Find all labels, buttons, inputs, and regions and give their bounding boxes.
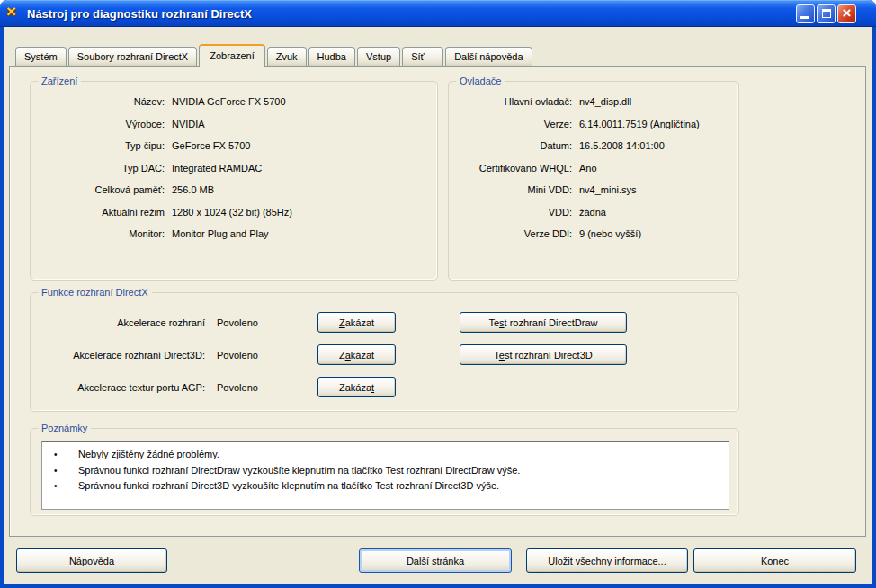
disable-directdraw-button[interactable]: Zakázat	[317, 312, 396, 333]
driver-label: Certifikováno WHQL:	[449, 157, 572, 180]
test-directdraw-button[interactable]: Test rozhraní DirectDraw	[460, 312, 627, 333]
driver-value: 16.5.2008 14:01:00	[579, 135, 733, 157]
close-icon: ×	[843, 5, 852, 21]
tab-display[interactable]: Zobrazení	[199, 44, 265, 67]
device-value: NVIDIA GeForce FX 5700	[172, 91, 432, 113]
driver-label: Mini VDD:	[449, 179, 572, 201]
tab-more-help[interactable]: Další nápověda	[445, 47, 532, 66]
device-value: NVIDIA	[172, 113, 432, 136]
note-item: •Správnou funkci rozhraní DirectDraw vyz…	[42, 463, 721, 479]
disable-agp-button[interactable]: Zakázat	[317, 377, 396, 397]
window-title: Nástroj pro diagnostiku rozhraní DirectX	[27, 7, 794, 21]
device-label: Celková paměť:	[31, 179, 165, 201]
device-value: GeForce FX 5700	[172, 135, 432, 157]
device-label: Typ DAC:	[31, 157, 165, 180]
driver-label: Verze:	[449, 113, 572, 136]
device-value: 1280 x 1024 (32 bit) (85Hz)	[172, 201, 432, 224]
note-item: •Správnou funkci rozhraní Direct3D vyzko…	[42, 478, 721, 494]
caption-buttons: ×	[794, 4, 856, 23]
titlebar[interactable]: × Nástroj pro diagnostiku rozhraní Direc…	[0, 0, 876, 27]
feature-row-direct3d: Akcelerace rozhraní Direct3D: Povoleno Z…	[41, 344, 729, 365]
drivers-info-list: Hlavní ovladač:nv4_disp.dll Verze:6.14.0…	[449, 91, 733, 245]
dxdiag-window: × Nástroj pro diagnostiku rozhraní Direc…	[0, 0, 876, 588]
notes-group-caption: Poznámky	[38, 422, 91, 434]
note-item: •Nebyly zjištěny žádné problémy.	[42, 447, 721, 463]
driver-label: VDD:	[449, 201, 572, 224]
tab-sound[interactable]: Zvuk	[267, 47, 307, 66]
feature-label: Akcelerace textur portu AGP:	[41, 382, 205, 393]
tab-bar: Systém Soubory rozhraní DirectX Zobrazen…	[15, 43, 534, 67]
drivers-group: Ovladače Hlavní ovladač:nv4_disp.dll Ver…	[448, 81, 739, 281]
driver-label: Verze DDI:	[449, 223, 572, 245]
device-group-caption: Zařízení	[38, 75, 81, 87]
help-button[interactable]: Nápověda	[16, 548, 167, 573]
device-label: Aktuální režim	[31, 201, 165, 224]
tab-input[interactable]: Vstup	[357, 47, 400, 66]
device-value: Monitor Plug and Play	[172, 223, 432, 245]
tab-music[interactable]: Hudba	[308, 47, 355, 66]
device-group: Zařízení Název:NVIDIA GeForce FX 5700 Vý…	[30, 81, 438, 281]
device-value: Integrated RAMDAC	[172, 157, 432, 180]
driver-value: Ano	[579, 157, 733, 180]
feature-label: Akcelerace rozhraní Direct3D:	[41, 350, 205, 361]
directx-x-icon: ×	[6, 3, 16, 20]
disable-direct3d-button[interactable]: Zakázat	[317, 344, 396, 365]
directx-features-group: Funkce rozhraní DirectX Akcelerace rozhr…	[30, 292, 739, 412]
feature-status: Povoleno	[217, 350, 258, 361]
directx-app-icon[interactable]: ×	[5, 5, 22, 22]
test-direct3d-button[interactable]: Test rozhraní Direct3D	[460, 344, 627, 365]
dialog-body: Systém Soubory rozhraní DirectX Zobrazen…	[4, 27, 872, 584]
notes-box: •Nebyly zjištěny žádné problémy. •Správn…	[41, 441, 729, 510]
notes-group: Poznámky •Nebyly zjištěny žádné problémy…	[30, 428, 739, 516]
exit-button[interactable]: Konec	[693, 548, 856, 573]
close-button[interactable]: ×	[837, 4, 856, 23]
device-label: Název:	[31, 91, 165, 113]
features-group-caption: Funkce rozhraní DirectX	[38, 286, 152, 298]
display-tab-panel: Zařízení Název:NVIDIA GeForce FX 5700 Vý…	[9, 66, 866, 537]
device-value: 256.0 MB	[172, 179, 432, 201]
driver-label: Hlavní ovladač:	[449, 91, 572, 113]
feature-label: Akcelerace rozhraní	[41, 317, 205, 328]
driver-value: žádná	[579, 201, 733, 224]
maximize-icon	[822, 9, 831, 18]
device-info-list: Název:NVIDIA GeForce FX 5700 Výrobce:NVI…	[31, 91, 432, 245]
tab-directx-files[interactable]: Soubory rozhraní DirectX	[68, 47, 198, 66]
feature-row-directdraw: Akcelerace rozhraní Povoleno Zakázat Tes…	[41, 312, 729, 333]
bullet-icon: •	[42, 447, 78, 463]
feature-row-agp-texture: Akcelerace textur portu AGP: Povoleno Za…	[41, 377, 729, 397]
feature-status: Povoleno	[217, 317, 258, 328]
driver-value: nv4_mini.sys	[579, 179, 733, 201]
device-label: Monitor:	[31, 223, 165, 245]
save-all-info-button[interactable]: Uložit všechny informace...	[526, 548, 688, 573]
device-label: Výrobce:	[31, 113, 165, 136]
tab-network[interactable]: Síť	[402, 47, 443, 66]
driver-value: 6.14.0011.7519 (Angličtina)	[579, 113, 733, 136]
device-label: Typ čipu:	[31, 135, 165, 157]
minimize-button[interactable]	[796, 4, 815, 23]
maximize-button[interactable]	[817, 4, 836, 23]
next-page-button[interactable]: Další stránka	[359, 548, 512, 573]
driver-value: 9 (nebo vyšší)	[579, 223, 733, 245]
feature-status: Povoleno	[217, 382, 258, 393]
driver-value: nv4_disp.dll	[579, 91, 733, 113]
minimize-icon	[800, 16, 809, 19]
tab-system[interactable]: Systém	[15, 47, 67, 66]
driver-label: Datum:	[449, 135, 572, 157]
bullet-icon: •	[42, 463, 78, 479]
drivers-group-caption: Ovladače	[456, 75, 505, 87]
bullet-icon: •	[42, 478, 78, 494]
